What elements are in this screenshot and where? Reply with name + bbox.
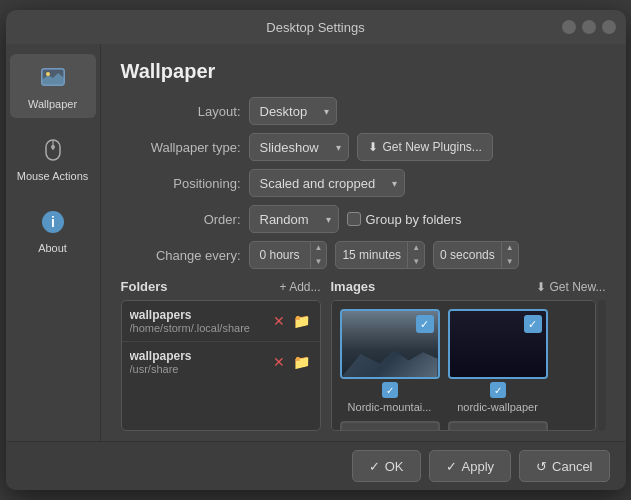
seconds-spinbox: 0 seconds ▲ ▼ xyxy=(433,241,519,269)
image-frame-1[interactable]: ✓ xyxy=(340,309,440,379)
get-new-label: ⬇ xyxy=(536,280,546,294)
folder-remove-button-1[interactable]: ✕ xyxy=(271,313,287,329)
positioning-select-wrapper: Scaled and cropped ▾ xyxy=(249,169,405,197)
seconds-down-button[interactable]: ▼ xyxy=(502,255,518,269)
window-title: Desktop Settings xyxy=(266,20,364,35)
layout-row: Layout: Desktop ▾ xyxy=(121,97,606,125)
image-checkbox-row-1: ✓ xyxy=(340,382,440,398)
minutes-spinbox-buttons: ▲ ▼ xyxy=(407,241,424,269)
folder-info-2: wallpapers /usr/share xyxy=(130,349,265,375)
image-thumb-3: ✓ xyxy=(340,421,440,431)
page-title: Wallpaper xyxy=(121,60,606,83)
group-by-folders-check xyxy=(347,212,361,226)
sidebar-item-mouse-actions[interactable]: Mouse Actions xyxy=(10,126,96,190)
layout-label: Layout: xyxy=(121,104,241,119)
images-panel: Images ⬇ Get New... ✓ xyxy=(331,279,606,431)
cancel-button[interactable]: ↺ Cancel xyxy=(519,450,609,482)
placeholder-image-1 xyxy=(342,423,438,431)
minimize-button[interactable] xyxy=(582,20,596,34)
minutes-value: 15 minutes xyxy=(336,248,407,262)
cancel-label: Cancel xyxy=(552,459,592,474)
image-frame-4[interactable] xyxy=(448,421,548,431)
titlebar-buttons xyxy=(562,20,616,34)
image-frame-3[interactable] xyxy=(340,421,440,431)
folder-open-button-2[interactable]: 📁 xyxy=(291,354,312,370)
maximize-button[interactable] xyxy=(602,20,616,34)
wallpaper-icon xyxy=(37,62,69,94)
minutes-up-button[interactable]: ▲ xyxy=(408,241,424,255)
svg-text:i: i xyxy=(51,214,55,230)
main-content: Wallpaper Layout: Desktop ▾ Wallpaper ty… xyxy=(101,44,626,441)
content-area: Wallpaper Mouse Actions i xyxy=(6,44,626,441)
image-frame-2[interactable]: ✓ xyxy=(448,309,548,379)
hours-down-button[interactable]: ▼ xyxy=(311,255,327,269)
scrollbar[interactable] xyxy=(598,300,606,431)
get-new-images-label: Get New... xyxy=(549,280,605,294)
apply-icon: ✓ xyxy=(446,459,457,474)
folder-actions-2: ✕ 📁 xyxy=(271,354,312,370)
sidebar-item-wallpaper[interactable]: Wallpaper xyxy=(10,54,96,118)
image-thumb-4: ✓ xyxy=(448,421,548,431)
positioning-row: Positioning: Scaled and cropped ▾ xyxy=(121,169,606,197)
image-selected-check-2: ✓ xyxy=(490,382,506,398)
group-by-folders-checkbox[interactable]: Group by folders xyxy=(347,212,462,227)
hours-value: 0 hours xyxy=(250,248,310,262)
order-row: Order: Random ▾ Group by folders xyxy=(121,205,606,233)
wallpaper-type-select-wrapper: Slideshow ▾ xyxy=(249,133,349,161)
folder-open-button-1[interactable]: 📁 xyxy=(291,313,312,329)
hours-spinbox: 0 hours ▲ ▼ xyxy=(249,241,328,269)
info-icon: i xyxy=(37,206,69,238)
get-new-images-button[interactable]: ⬇ Get New... xyxy=(536,280,605,294)
get-plugins-button[interactable]: ⬇ Get New Plugins... xyxy=(357,133,493,161)
apply-label: Apply xyxy=(462,459,495,474)
order-select[interactable]: Random xyxy=(249,205,339,233)
svg-point-5 xyxy=(51,145,55,149)
image-selected-check-1: ✓ xyxy=(382,382,398,398)
image-thumb-1: ✓ ✓ Nordic-mountai... xyxy=(340,309,440,413)
wallpaper-type-select[interactable]: Slideshow xyxy=(249,133,349,161)
svg-point-2 xyxy=(46,72,50,76)
cancel-icon: ↺ xyxy=(536,459,547,474)
image-thumb-2: ✓ ✓ nordic-wallpaper xyxy=(448,309,548,413)
placeholder-image-2 xyxy=(450,423,546,431)
image-checkmark-1: ✓ xyxy=(416,315,434,333)
apply-button[interactable]: ✓ Apply xyxy=(429,450,512,482)
change-every-row: Change every: 0 hours ▲ ▼ 15 minutes ▲ ▼ xyxy=(121,241,606,269)
folder-name-2: wallpapers xyxy=(130,349,265,363)
seconds-up-button[interactable]: ▲ xyxy=(502,241,518,255)
folders-header: Folders + Add... xyxy=(121,279,321,294)
image-name-1: Nordic-mountai... xyxy=(340,401,440,413)
get-plugins-label: Get New Plugins... xyxy=(383,140,482,154)
order-label: Order: xyxy=(121,212,241,227)
layout-select-wrapper: Desktop ▾ xyxy=(249,97,337,125)
folder-item: wallpapers /home/storm/.local/share ✕ 📁 xyxy=(122,301,320,342)
hours-spinbox-buttons: ▲ ▼ xyxy=(310,241,327,269)
settings-form: Layout: Desktop ▾ Wallpaper type: Slides… xyxy=(121,97,606,269)
desktop-settings-window: Desktop Settings Wallpaper xyxy=(6,10,626,490)
add-folder-label: + Add... xyxy=(279,280,320,294)
images-grid: ✓ ✓ Nordic-mountai... xyxy=(331,300,596,431)
folders-panel: Folders + Add... wallpapers /home/storm/… xyxy=(121,279,321,431)
images-title: Images xyxy=(331,279,376,294)
close-button[interactable] xyxy=(562,20,576,34)
folder-item-2: wallpapers /usr/share ✕ 📁 xyxy=(122,342,320,382)
folder-remove-button-2[interactable]: ✕ xyxy=(271,354,287,370)
wallpaper-type-label: Wallpaper type: xyxy=(121,140,241,155)
folder-name-1: wallpapers xyxy=(130,308,265,322)
images-outer: ✓ ✓ Nordic-mountai... xyxy=(331,300,606,431)
folder-path-2: /usr/share xyxy=(130,363,265,375)
minutes-spinbox: 15 minutes ▲ ▼ xyxy=(335,241,425,269)
hours-up-button[interactable]: ▲ xyxy=(311,241,327,255)
ok-button[interactable]: ✓ OK xyxy=(352,450,421,482)
sidebar-item-wallpaper-label: Wallpaper xyxy=(28,98,77,110)
seconds-spinbox-buttons: ▲ ▼ xyxy=(501,241,518,269)
folder-actions-1: ✕ 📁 xyxy=(271,313,312,329)
positioning-select[interactable]: Scaled and cropped xyxy=(249,169,405,197)
sidebar-item-about[interactable]: i About xyxy=(10,198,96,262)
footer: ✓ OK ✓ Apply ↺ Cancel xyxy=(6,441,626,490)
layout-select[interactable]: Desktop xyxy=(249,97,337,125)
add-folder-button[interactable]: + Add... xyxy=(279,280,320,294)
minutes-down-button[interactable]: ▼ xyxy=(408,255,424,269)
sidebar: Wallpaper Mouse Actions i xyxy=(6,44,101,441)
image-checkbox-row-2: ✓ xyxy=(448,382,548,398)
